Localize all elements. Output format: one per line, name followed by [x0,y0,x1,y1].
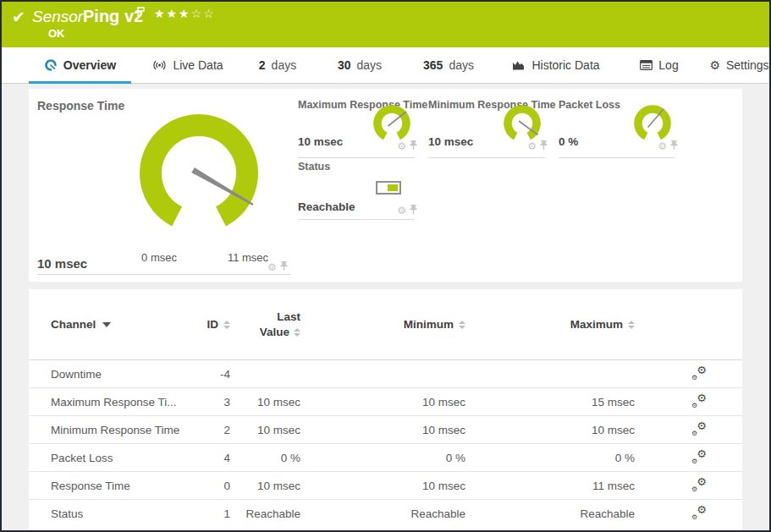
maximum-value: 0 % [465,452,635,464]
channel-id: 3 [203,396,230,409]
tab-live-data[interactable]: Live Data [147,47,229,83]
gauge-icon [44,58,58,72]
gear-icon: ⚙ [709,59,720,71]
panel-gear-icon[interactable]: ⚙ [267,262,277,272]
last-value: 0 % [230,452,300,464]
status-indicator [376,181,401,195]
tab-historic-data[interactable]: Historic Data [506,47,606,83]
table-row-response-time[interactable]: Response Time 0 10 msec 10 msec 11 msec … [29,472,742,500]
column-header-id[interactable]: ID [203,318,230,331]
minimum-value: 10 msec [300,480,465,492]
panel-gear-icon[interactable]: ⚙ [397,141,406,151]
panel-title: Status [298,161,330,173]
channel-name: Status [51,507,203,520]
tab-label: Log [658,58,678,72]
table-row-packet-loss[interactable]: Packet Loss 4 0 % 0 % 0 % ⚙⚙ [29,444,742,472]
response-time-value: 10 msec [37,256,87,271]
panel-divider [428,157,545,158]
column-header-last-value[interactable]: LastValue [230,310,300,339]
channel-name: Maximum Response Ti... [51,396,203,409]
minimum-value: 10 msec [300,396,465,409]
panel-value: 10 msec [298,135,343,148]
tab-365-days[interactable]: 365days [415,47,482,83]
tab-label: Overview [63,58,116,72]
panel-divider [559,157,675,158]
last-value: 10 msec [230,480,300,492]
panel-actions: ⚙ [267,260,288,275]
minimum-value: 10 msec [300,424,465,436]
column-header-maximum[interactable]: Maximum [465,318,635,331]
channel-settings-icon[interactable]: ⚙⚙ [691,394,707,408]
table-row-downtime[interactable]: Downtime -4 ⚙⚙ [29,360,742,388]
sensor-window: ✔ Sensor Ping v2 ★★★☆☆ OK Overview Live … [0,0,771,532]
channel-name: Minimum Response Time [51,424,203,436]
table-header-row: Channel ID LastValue Minimum Maximum [29,289,742,360]
panel-actions: ⚙ [397,139,417,154]
tab-label: Live Data [173,58,223,72]
tab-2-days[interactable]: 2days [250,47,306,83]
panel-pin-icon[interactable] [540,139,548,154]
panel-divider [298,219,415,220]
flag-icon[interactable] [137,5,145,20]
channel-settings-icon[interactable]: ⚙⚙ [691,478,707,491]
panel-value: 0 % [559,135,578,148]
sensor-title: Ping v2 [83,7,143,26]
panel-gear-icon[interactable]: ⚙ [397,206,406,216]
column-header-channel[interactable]: Channel [51,318,203,331]
maximum-value: 11 msec [465,480,635,492]
tab-settings[interactable]: ⚙ Settings [709,47,769,83]
panel-actions: ⚙ [397,203,417,218]
panel-gear-icon[interactable]: ⚙ [658,141,667,151]
last-value: Reachable [230,507,300,520]
channel-settings-icon[interactable]: ⚙⚙ [691,422,707,436]
minimum-value: Reachable [300,507,465,520]
channel-settings-icon[interactable]: ⚙⚙ [691,506,707,519]
tab-label: days [272,58,297,72]
priority-stars[interactable]: ★★★☆☆ [154,7,216,20]
tab-number: 2 [259,58,266,72]
broadcast-icon [152,59,167,71]
panel-pin-icon[interactable] [410,203,417,218]
channel-name: Downtime [51,368,203,381]
table-row-minimum-response-time[interactable]: Minimum Response Time 2 10 msec 10 msec … [29,416,742,444]
min-response-time-panel: Minimum Response Time 10 msec ⚙ [428,96,559,158]
channel-settings-icon[interactable]: ⚙⚙ [691,450,707,463]
area-chart-icon [512,59,526,71]
panel-value: Reachable [298,200,355,213]
packet-loss-panel: Packet Loss 0 % ⚙ [559,96,690,158]
tab-log[interactable]: Log [635,47,684,83]
panel-pin-icon[interactable] [670,139,678,154]
column-header-minimum[interactable]: Minimum [300,318,465,331]
table-row-maximum-response-time[interactable]: Maximum Response Ti... 3 10 msec 10 msec… [29,388,742,416]
status-panel: Status Reachable ⚙ [298,158,429,220]
sort-icon [294,328,300,337]
maximum-value: 15 msec [465,396,635,409]
sensor-kind-label: Sensor [32,8,83,26]
table-body: Downtime -4 ⚙⚙ Maximum Response Ti... 3 … [29,360,742,528]
tab-number: 365 [423,58,443,72]
tab-label: Settings [726,58,769,72]
panel-pin-icon[interactable] [410,139,417,154]
channel-settings-icon[interactable]: ⚙⚙ [691,366,707,380]
panel-value: 10 msec [428,135,473,148]
sort-icon [459,321,465,329]
minimum-value: 0 % [300,452,465,464]
last-value: 10 msec [230,396,300,409]
tab-label: days [449,58,474,72]
response-time-gauge [127,107,271,251]
channel-id: 1 [203,507,230,520]
panel-gear-icon[interactable]: ⚙ [527,141,537,151]
tab-label: days [357,58,383,72]
table-row-status[interactable]: Status 1 Reachable Reachable Reachable ⚙… [29,500,742,528]
channel-id: 2 [203,424,230,436]
panel-divider [37,274,291,275]
sort-desc-icon [102,322,111,327]
tab-bar: Overview Live Data 2days 30days 365days … [2,47,769,84]
sensor-header: ✔ Sensor Ping v2 ★★★☆☆ OK [2,2,769,47]
tab-30-days[interactable]: 30days [330,47,389,83]
panel-pin-icon[interactable] [280,260,288,275]
tab-overview[interactable]: Overview [29,47,131,83]
last-value: 10 msec [230,424,300,436]
channel-id: 4 [203,452,230,464]
tab-label: Historic Data [531,58,599,72]
